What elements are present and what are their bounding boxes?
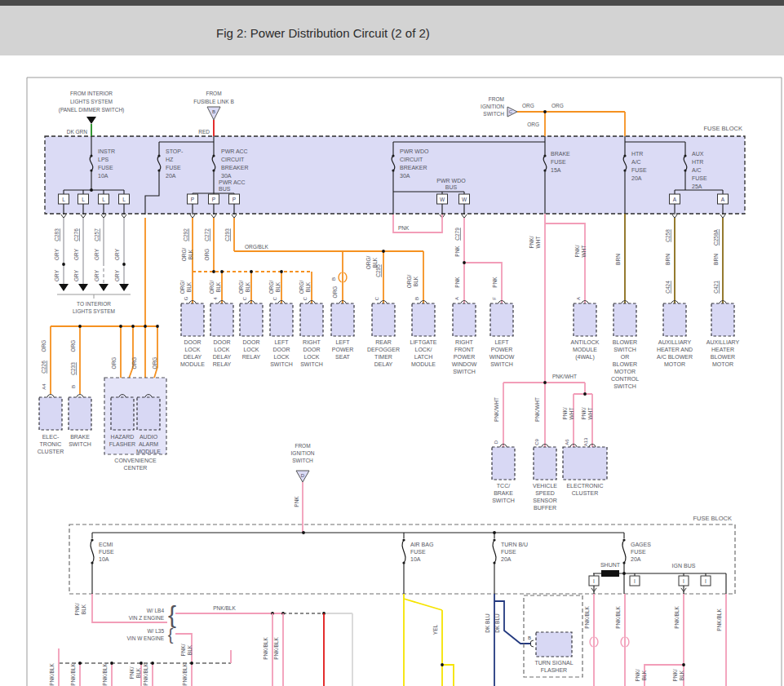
wire-label-orgblk: ORG/BLK xyxy=(179,281,192,294)
component-door-lock-relay xyxy=(240,303,263,336)
component-blower-switch xyxy=(613,303,636,336)
connector-label: C272 xyxy=(204,228,210,241)
wire-label-pnk: PNK xyxy=(454,246,460,257)
source-label: FROMIGNITIONSWITCH xyxy=(291,443,315,463)
pin-label: G xyxy=(184,296,188,300)
wire-label-org: ORG xyxy=(152,357,157,370)
wire-label-pnk: PNK xyxy=(398,225,410,231)
wire-label-orgblk: ORG/BLK xyxy=(406,275,419,289)
wire-label-pnk: PNK xyxy=(492,277,498,288)
triangle-pin: C xyxy=(509,109,513,114)
brace-icon: { xyxy=(168,626,174,644)
turn-signal-flasher-wiring: B TURN SIGNALFLASHER DK BLU DK BLU xyxy=(485,594,582,686)
pin-label: B xyxy=(71,385,76,388)
fuse-ecmi: ECMIFUSE10A xyxy=(99,542,114,562)
wiring-diagram: Fig 2: Power Distribution Circuit (2 of … xyxy=(0,0,784,686)
component-label: ELEC-TRONICCLUSTER xyxy=(38,434,64,454)
component-left-power-seat xyxy=(331,303,354,336)
connector-label: C258A xyxy=(713,228,719,246)
wire-label-gry: GRY xyxy=(73,248,79,260)
component-left-power-window-switch xyxy=(490,303,513,336)
wire-label-gry: GRY xyxy=(114,248,120,260)
wire-label-gry: GRY xyxy=(54,269,60,281)
component-aux-heater-blower-motor xyxy=(711,303,734,336)
component-label: RIGHTFRONTPOWERWINDOWSWITCH xyxy=(452,339,477,374)
pin-label: C xyxy=(374,296,379,300)
svg-text:A: A xyxy=(721,197,725,202)
svg-text:I: I xyxy=(683,578,684,584)
wire-label-gry: GRY xyxy=(73,269,79,281)
svg-text:W: W xyxy=(462,197,467,202)
wire-label-pnkwht: PNK/WHT xyxy=(534,397,540,422)
pin-label: D xyxy=(494,440,498,444)
svg-text:I: I xyxy=(634,578,636,584)
component-antilock-module xyxy=(574,303,596,336)
connector-label: C292 xyxy=(183,228,188,241)
wire-label-gry: GRY xyxy=(94,248,100,260)
brace-icon: { xyxy=(168,601,176,628)
connector-label: C233 xyxy=(70,362,76,375)
component-left-door-lock-switch xyxy=(270,303,293,336)
shunt-label: SHUNT xyxy=(600,562,621,568)
component-aux-heater-ac-blower-motor xyxy=(663,303,686,336)
svg-text:L: L xyxy=(62,197,65,202)
pin-label: C xyxy=(242,296,247,300)
wire-label-pnkwht: PNK/WHT xyxy=(552,374,577,379)
pin-label: A6 xyxy=(565,439,569,445)
component-label: TCC/BRAKESWITCH xyxy=(492,483,515,503)
component-label: BLOWERSWITCHORBLOWERMOTORCONTROLSWITCH xyxy=(611,339,639,389)
connector-label: C276 xyxy=(73,228,79,241)
wire-label-orgblk: ORG/BLK xyxy=(268,281,281,294)
wire-label-pnk: PNK xyxy=(454,277,460,288)
wire-label-dkblu: DK BLU xyxy=(485,613,490,633)
component-label: AUXILLIARYHEATERBLOWERMOTOR xyxy=(706,339,740,367)
connector-label: C295 xyxy=(375,264,381,277)
fuse-turn-bu: TURN B/UFUSE20A xyxy=(501,542,528,562)
svg-text:P: P xyxy=(191,197,194,202)
pin-label: A13 xyxy=(583,437,588,446)
component-brake-switch xyxy=(69,397,91,430)
wire-label-pnkblk: PNK/BLK xyxy=(129,666,141,679)
svg-text:P: P xyxy=(212,197,215,202)
wire-label-dkgrn: DK GRN xyxy=(67,129,88,135)
connector-label: C257 xyxy=(94,228,100,241)
wire-label-yel: YEL xyxy=(432,624,438,635)
pin-label: B xyxy=(331,277,336,281)
pin-label: 4 xyxy=(213,297,218,300)
wire-label-orgblk: ORG/BLK xyxy=(181,248,193,262)
wire-label-gry: GRY xyxy=(94,269,100,281)
figure-title: Fig 2: Power Distribution Circuit (2 of … xyxy=(216,26,430,40)
wire-label-pnkblk: PNK/BLK xyxy=(182,663,188,686)
pin-label: C xyxy=(303,296,308,300)
arrow-down-icon xyxy=(86,117,96,124)
source-ignition-c: FROMIGNITIONSWITCH C ORG ORG ORG xyxy=(481,96,625,136)
wire-label-brn: BRN xyxy=(615,254,621,265)
svg-text:L: L xyxy=(82,197,85,202)
pin-label: A xyxy=(454,297,459,300)
p-boxes: P P P xyxy=(188,194,240,204)
source-ignition-d: FROMIGNITIONSWITCH D PNK xyxy=(291,443,315,533)
wire-label-pnkblk: PNK/BLK xyxy=(584,606,590,629)
wire-label-pnkblk: PNK/BLK xyxy=(263,637,268,660)
wire-label-org: ORG xyxy=(522,103,534,108)
wire-label-pnkblk: PNK/BLK xyxy=(674,606,680,629)
wire-label-pnkblk: PNK/BLK xyxy=(74,603,86,615)
pin-label: F xyxy=(492,297,497,300)
air-bag-wiring: YEL xyxy=(404,594,454,686)
wire-label-pnkwht: PNK/WHT xyxy=(529,236,541,248)
top-strip xyxy=(0,0,784,6)
wire-label-org: ORG xyxy=(551,103,564,108)
engine-variant-lb4: W/ LB4VIN Z ENGINE xyxy=(129,608,165,621)
wire-label-pnkblk: PNK/BLK xyxy=(716,609,722,631)
wire-label-org: ORG xyxy=(204,249,210,261)
component-liftgate-lock-latch-module xyxy=(412,303,435,336)
source-label: FROMIGNITIONSWITCH xyxy=(481,96,504,117)
connector-label: C226 xyxy=(41,361,47,374)
source-interior-lights: FROM INTERIORLIGHTS SYSTEM(PANEL DIMMER … xyxy=(59,91,125,136)
component-rear-defogger-timer-delay xyxy=(372,303,395,336)
component-audio-alarm-module xyxy=(137,397,160,430)
component-door-lock-delay-module xyxy=(181,303,204,336)
wire-label-brn: BRN xyxy=(713,254,719,265)
pin-label: A4 xyxy=(42,383,47,390)
wire-label-org: ORG xyxy=(41,340,47,352)
